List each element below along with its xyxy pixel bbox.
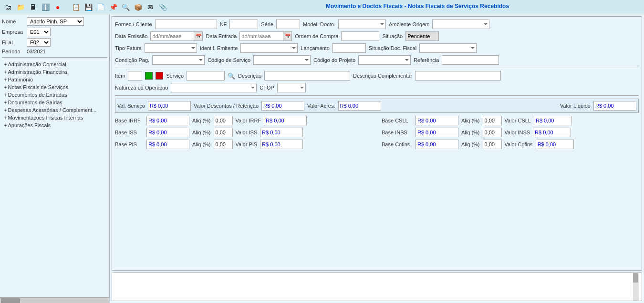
aliq-csll-label: Aliq (%): [461, 118, 480, 123]
sidebar-item-patrimonio[interactable]: +Patrimônio: [2, 76, 107, 83]
condicao-pag-select[interactable]: [152, 55, 205, 65]
base-iss-input[interactable]: [146, 128, 189, 137]
sidebar-item-notas-fiscais[interactable]: +Notas Fiscais de Serviços: [2, 83, 107, 91]
data-emissao-input[interactable]: [151, 33, 194, 40]
toolbar-icon-6[interactable]: 📋: [71, 2, 81, 12]
sidebar: Nome Adolfo Pinh. SP Empresa E01 Filial …: [0, 14, 110, 303]
filial-label: Filial: [2, 40, 25, 45]
base-irrf-input[interactable]: [146, 116, 189, 125]
toolbar-icon-11[interactable]: 📦: [133, 2, 143, 12]
sidebar-item-adm-comercial[interactable]: +Administração Comercial: [2, 61, 107, 68]
ambiente-origem-select[interactable]: [432, 20, 489, 29]
valor-cofins-input[interactable]: [536, 140, 574, 149]
nome-select[interactable]: Adolfo Pinh. SP: [27, 17, 84, 26]
empresa-select[interactable]: E01: [27, 28, 51, 36]
serie-label: Série: [261, 21, 273, 27]
servico-search-btn[interactable]: 🔍: [228, 72, 235, 80]
serie-input[interactable]: [276, 20, 300, 29]
codigo-projeto-select[interactable]: [358, 55, 411, 65]
nf-label: NF: [220, 21, 227, 27]
model-docto-select[interactable]: [338, 20, 386, 29]
valor-iss-input[interactable]: [260, 128, 303, 137]
aliq-irrf-input[interactable]: [214, 116, 233, 125]
identif-emitente-select[interactable]: [240, 43, 298, 53]
base-cofins-input[interactable]: [415, 140, 458, 149]
valor-liquido-label: Valor Líquido: [560, 103, 591, 109]
valor-descontos-input[interactable]: [261, 101, 304, 111]
sidebar-item-documentos-entradas[interactable]: +Documentos de Entradas: [2, 91, 107, 99]
ordem-compra-label: Ordem de Compra: [295, 33, 338, 39]
referencia-label: Referência: [414, 57, 439, 63]
codigo-servico-select[interactable]: [253, 55, 311, 65]
form-panel: Fornec / Cliente NF Série Model. Docto. …: [112, 16, 642, 271]
lancamento-label: Lançamento: [301, 45, 330, 51]
sidebar-item-adm-financeira[interactable]: +Administração Financeira: [2, 68, 107, 76]
referencia-input[interactable]: [442, 55, 499, 65]
ambiente-origem-label: Ambiente Origem: [389, 21, 430, 27]
cfop-label: CFOP: [260, 85, 274, 91]
ordem-compra-input[interactable]: [341, 31, 379, 41]
item-del-btn[interactable]: [156, 72, 163, 80]
sidebar-item-documentos-saidas[interactable]: +Documentos de Saídas: [2, 99, 107, 106]
cfop-select[interactable]: [277, 83, 306, 92]
tipo-fatura-select[interactable]: [145, 43, 197, 53]
aliq-iss-input[interactable]: [214, 128, 233, 137]
valor-pis-input[interactable]: [260, 140, 303, 149]
lancamento-input[interactable]: [332, 43, 366, 53]
valor-irrf-input[interactable]: [264, 116, 307, 125]
item-input[interactable]: [128, 71, 142, 81]
valor-acres-label: Valor Acrés.: [307, 103, 335, 109]
descricao-complementar-input[interactable]: [415, 71, 501, 81]
page-title: Movimento e Doctos Fiscais - Notas Fisca…: [191, 3, 644, 10]
base-inss-input[interactable]: [415, 128, 458, 137]
toolbar-icon-9[interactable]: 📌: [108, 2, 118, 12]
sidebar-item-despesas[interactable]: +Despesas Acessórias / Complement...: [2, 106, 107, 114]
toolbar-icon-4[interactable]: ℹ️: [40, 2, 51, 12]
natureza-operacao-select[interactable]: [171, 83, 257, 92]
valor-pis-label: Valor PIS: [236, 141, 258, 147]
aliq-csll-input[interactable]: [483, 116, 502, 125]
aliq-inss-input[interactable]: [483, 128, 502, 137]
sidebar-item-movimentacoes[interactable]: +Movimentações Físicas Internas: [2, 114, 107, 121]
content-area: Fornec / Cliente NF Série Model. Docto. …: [110, 14, 644, 303]
aliq-pis-input[interactable]: [214, 140, 233, 149]
valor-liquido-input[interactable]: [593, 101, 636, 111]
valor-acres-input[interactable]: [338, 101, 381, 111]
base-irrf-label: Base IRRF: [115, 118, 144, 123]
data-emissao-cal-btn[interactable]: 📅: [194, 32, 202, 40]
sidebar-item-apuracoes[interactable]: +Apurações Fiscais: [2, 121, 107, 129]
toolbar-icon-7[interactable]: 💾: [83, 2, 93, 12]
data-entrada-input[interactable]: [240, 33, 283, 40]
data-entrada-cal-btn[interactable]: 📅: [283, 32, 291, 40]
situacao-doc-fiscal-select[interactable]: [419, 43, 477, 53]
log-area[interactable]: [112, 273, 642, 301]
periodo-label: Período: [2, 49, 25, 54]
toolbar-icon-13[interactable]: 📎: [157, 2, 168, 12]
toolbar-icon-5[interactable]: ●: [52, 2, 63, 12]
val-servico-label: Val. Serviço: [117, 103, 145, 109]
toolbar-icon-2[interactable]: 📁: [15, 2, 26, 12]
base-csll-input[interactable]: [415, 116, 458, 125]
toolbar-icon-12[interactable]: ✉: [145, 2, 156, 12]
toolbar-icon-1[interactable]: 🗂: [3, 2, 13, 12]
fornec-cliente-input[interactable]: [155, 20, 217, 29]
valor-inss-label: Valor INSS: [505, 130, 530, 135]
item-add-btn[interactable]: [145, 72, 153, 80]
toolbar-icon-8[interactable]: 📄: [95, 2, 106, 12]
toolbar-icon-10[interactable]: 🔍: [120, 2, 131, 12]
servico-input[interactable]: [187, 71, 225, 81]
data-emissao-label: Data Emissão: [115, 33, 147, 39]
base-pis-input[interactable]: [146, 140, 189, 149]
nf-input[interactable]: [229, 20, 258, 29]
val-servico-input[interactable]: [148, 101, 191, 111]
model-docto-label: Model. Docto.: [303, 21, 335, 27]
aliq-cofins-input[interactable]: [483, 140, 502, 149]
data-entrada-label: Data Entrada: [206, 33, 237, 39]
filial-select[interactable]: F02: [27, 38, 51, 47]
valor-inss-input[interactable]: [533, 128, 571, 137]
periodo-value: 03/2021: [27, 49, 46, 54]
toolbar-icon-3[interactable]: 🖩: [28, 2, 38, 12]
descricao-input[interactable]: [264, 71, 350, 81]
valor-csll-input[interactable]: [534, 116, 572, 125]
valor-iss-label: Valor ISS: [236, 130, 258, 135]
